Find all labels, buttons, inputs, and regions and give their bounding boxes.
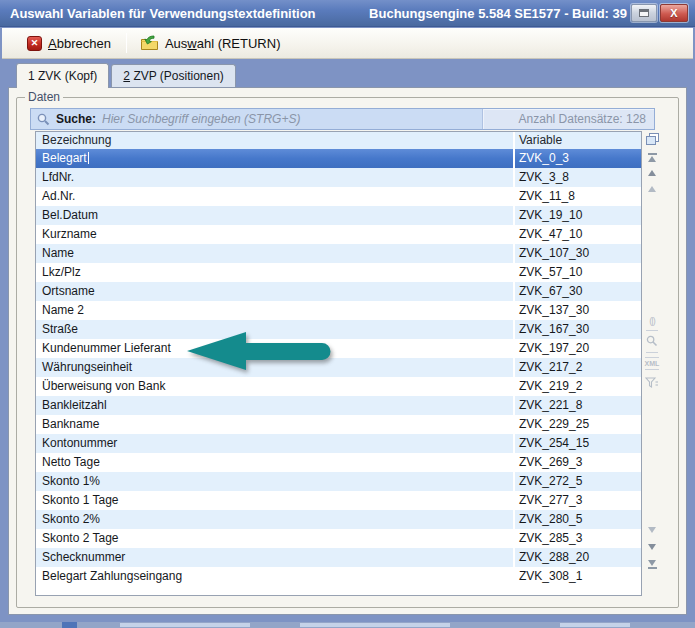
row-bezeichnung: Lkz/Plz	[36, 263, 515, 282]
table-row[interactable]: Schecknummer ZVK_288_20	[36, 548, 641, 567]
row-bezeichnung: Währungseinheit	[36, 358, 515, 377]
row-bezeichnung: Ortsname	[36, 282, 515, 301]
row-bezeichnung: Skonto 1%	[36, 472, 515, 491]
scroll-to-bottom-button[interactable]	[644, 560, 660, 570]
table-row[interactable]: Skonto 1 Tage ZVK_277_3	[36, 491, 641, 510]
row-bezeichnung: Belegart	[36, 149, 515, 168]
grid-header: Bezeichnung Variable	[36, 132, 641, 149]
scroll-to-top-button[interactable]	[644, 152, 660, 162]
arrow-down-icon	[648, 544, 656, 550]
row-variable: ZVK_107_30	[515, 244, 641, 263]
row-bezeichnung: Name	[36, 244, 515, 263]
scroll-to-bottom-icon	[648, 560, 656, 566]
row-variable: ZVK_217_2	[515, 358, 641, 377]
table-row[interactable]: Belegart Zahlungseingang ZVK_308_1	[36, 567, 641, 586]
table-body: Belegart ZVK_0_3 LfdNr. ZVK_3_8 Ad.Nr. Z…	[36, 149, 641, 586]
xml-icon: XML	[645, 357, 660, 370]
table-row[interactable]: LfdNr. ZVK_3_8	[36, 168, 641, 187]
parentheses-icon: (|)	[649, 317, 654, 326]
search-input[interactable]	[102, 109, 482, 129]
tab-zvk-kopf[interactable]: 1 ZVK (Kopf)	[16, 63, 109, 88]
column-chooser-button[interactable]	[644, 132, 660, 146]
record-count: Anzahl Datensätze: 128	[482, 109, 654, 129]
table-row[interactable]: Skonto 2% ZVK_280_5	[36, 510, 641, 529]
row-variable: ZVK_3_8	[515, 168, 641, 187]
tab-zvp-positionen[interactable]: 2 ZVP (Positionen)	[111, 64, 236, 87]
strip-divider	[646, 352, 658, 353]
arrow-down-light-icon	[648, 527, 656, 533]
tab-page: Daten Suche: Anzahl Datensätze: 128 Beze…	[8, 87, 687, 615]
row-variable: ZVK_308_1	[515, 567, 641, 586]
search-bar: Suche: Anzahl Datensätze: 128	[30, 108, 655, 130]
row-variable: ZVK_272_5	[515, 472, 641, 491]
search-field[interactable]: Suche:	[31, 109, 482, 129]
table-row[interactable]: Überweisung von Bank ZVK_219_2	[36, 377, 641, 396]
filter-icon	[645, 377, 659, 389]
row-bezeichnung: Bel.Datum	[36, 206, 515, 225]
restore-button[interactable]	[631, 4, 657, 22]
select-button[interactable]: Auswahl (RETURN)	[133, 32, 288, 54]
table-row[interactable]: Kundenummer Lieferant ZVK_197_20	[36, 339, 641, 358]
table-row[interactable]: Straße ZVK_167_30	[36, 320, 641, 339]
table-row[interactable]: Bel.Datum ZVK_19_10	[36, 206, 641, 225]
select-label: Auswahl (RETURN)	[165, 36, 281, 51]
column-header-variable[interactable]: Variable	[515, 132, 641, 149]
filter-button[interactable]	[644, 377, 660, 389]
row-variable: ZVK_269_3	[515, 453, 641, 472]
arrow-up-icon	[648, 170, 656, 176]
table-row[interactable]: Netto Tage ZVK_269_3	[36, 453, 641, 472]
search-label: Suche:	[56, 112, 96, 126]
row-bezeichnung: Netto Tage	[36, 453, 515, 472]
row-variable: ZVK_254_15	[515, 434, 641, 453]
table-row[interactable]: Kontonummer ZVK_254_15	[36, 434, 641, 453]
scroll-up-button-2[interactable]	[644, 186, 660, 192]
table-row[interactable]: Lkz/Plz ZVK_57_10	[36, 263, 641, 282]
row-variable: ZVK_285_3	[515, 529, 641, 548]
table-row[interactable]: Ortsname ZVK_67_30	[36, 282, 641, 301]
table-row[interactable]: Ad.Nr. ZVK_11_8	[36, 187, 641, 206]
table-row[interactable]: Belegart ZVK_0_3	[36, 149, 641, 168]
search-tool-button[interactable]	[644, 335, 660, 347]
scroll-down-button[interactable]	[644, 544, 660, 550]
row-variable: ZVK_288_20	[515, 548, 641, 567]
column-chooser-icon	[645, 132, 660, 146]
cancel-button[interactable]: ✕ Abbrechen	[20, 33, 118, 54]
table-row[interactable]: Name 2 ZVK_137_30	[36, 301, 641, 320]
row-bezeichnung: Skonto 2%	[36, 510, 515, 529]
scroll-down-button-2[interactable]	[644, 527, 660, 533]
scroll-to-top-icon	[648, 153, 657, 155]
row-bezeichnung: Straße	[36, 320, 515, 339]
scroll-up-button[interactable]	[644, 170, 660, 176]
row-variable: ZVK_229_25	[515, 415, 641, 434]
grid-side-toolbar: (|) XML	[644, 131, 660, 596]
app-title: Buchungsengine 5.584 SE1577 - Build: 39	[369, 6, 627, 21]
row-bezeichnung: Name 2	[36, 301, 515, 320]
cancel-label: Abbrechen	[48, 36, 111, 51]
parentheses-button[interactable]: (|)	[644, 317, 660, 326]
close-button[interactable]: X	[660, 4, 688, 22]
titlebar: Auswahl Variablen für Verwendungstextdef…	[0, 0, 695, 27]
table-row[interactable]: Währungseinheit ZVK_217_2	[36, 358, 641, 377]
daten-groupbox: Daten Suche: Anzahl Datensätze: 128 Beze…	[16, 97, 679, 608]
search-icon	[37, 113, 50, 126]
window-title: Auswahl Variablen für Verwendungstextdef…	[10, 6, 316, 21]
groupbox-label: Daten	[25, 90, 63, 104]
table-row[interactable]: Name ZVK_107_30	[36, 244, 641, 263]
table-row[interactable]: Bankleitzahl ZVK_221_8	[36, 396, 641, 415]
xml-view-button[interactable]: XML	[644, 357, 660, 370]
table-row[interactable]: Skonto 1% ZVK_272_5	[36, 472, 641, 491]
row-variable: ZVK_167_30	[515, 320, 641, 339]
row-variable: ZVK_219_2	[515, 377, 641, 396]
folder-select-icon	[140, 35, 159, 51]
table-row[interactable]: Kurzname ZVK_47_10	[36, 225, 641, 244]
background-window-sliver	[0, 622, 695, 628]
table-row[interactable]: Bankname ZVK_229_25	[36, 415, 641, 434]
row-bezeichnung: Bankleitzahl	[36, 396, 515, 415]
table-row[interactable]: Skonto 2 Tage ZVK_285_3	[36, 529, 641, 548]
column-header-bezeichnung[interactable]: Bezeichnung	[36, 132, 515, 149]
row-variable: ZVK_197_20	[515, 339, 641, 358]
row-bezeichnung: Kontonummer	[36, 434, 515, 453]
tab-bar: 1 ZVK (Kopf) 2 ZVP (Positionen)	[16, 63, 238, 87]
tab-zvk-label: 1 ZVK (Kopf)	[28, 69, 97, 83]
toolbar: ✕ Abbrechen Auswahl (RETURN)	[2, 28, 693, 59]
